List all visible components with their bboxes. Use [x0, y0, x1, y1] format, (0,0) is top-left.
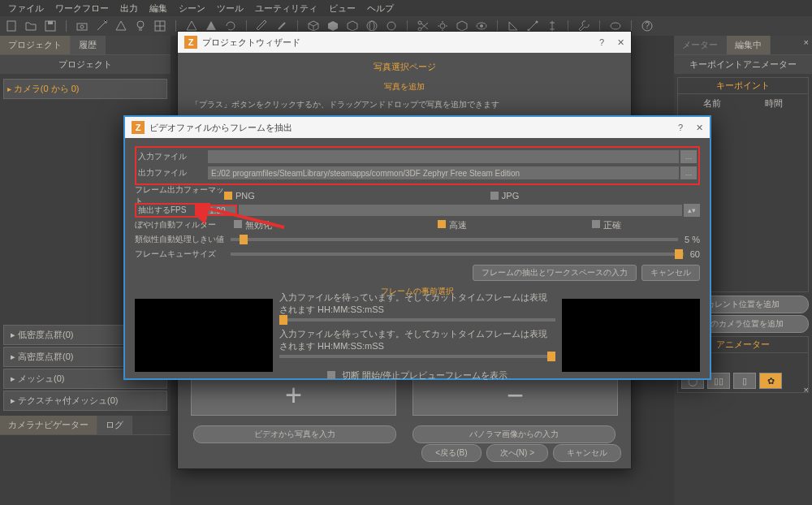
svg-rect-0 [7, 21, 15, 31]
svg-point-9 [387, 22, 395, 30]
menu-file[interactable]: ファイル [3, 1, 49, 16]
svg-point-12 [440, 24, 445, 28]
similarity-value: 5 % [685, 235, 700, 244]
queue-slider[interactable] [231, 252, 684, 256]
wizard-hint: 「プラス」ボタンをクリックするか、ドラッグアンドドロップで写真を追加できます [178, 93, 631, 117]
preview-start-image [135, 299, 273, 372]
filter-fine-label: 正確 [603, 220, 621, 230]
wizard-cancel-button[interactable]: キャンセル [553, 444, 621, 462]
grid-icon[interactable] [153, 19, 166, 32]
textured-mesh-item[interactable]: ▸ テクスチャ付メッシュ(0) [3, 391, 167, 411]
menu-edit[interactable]: 編集 [145, 1, 172, 16]
filter-fine-radio[interactable] [592, 220, 600, 228]
filter-fast-radio[interactable] [438, 220, 446, 228]
name-col: 名前 [703, 97, 721, 110]
svg-point-10 [418, 21, 421, 24]
close-icon2[interactable]: × [804, 385, 809, 395]
warn-icon[interactable] [114, 19, 127, 32]
preview-end-image [562, 299, 700, 372]
help-icon[interactable]: ? [641, 19, 654, 32]
svg-point-16 [536, 21, 538, 24]
io-group: 入力ファイル … 出力ファイル E:/02 programfiles/Steam… [135, 146, 700, 185]
tab-editing[interactable]: 編集中 [727, 36, 771, 54]
input-file-label: 入力ファイル [138, 151, 208, 162]
keypoint-header: キーポイント [678, 78, 808, 94]
wait-msg-2: 入力ファイルを待っています。そしてカットタイムフレームは表現されます HH:MM… [279, 328, 555, 352]
svg-point-17 [611, 23, 620, 29]
next-button[interactable]: 次へ(N) > [486, 444, 549, 462]
panorama-import-button[interactable]: パノラマ画像からの入力 [412, 425, 615, 443]
bulb-icon[interactable] [134, 19, 147, 32]
close-button[interactable]: ✕ [617, 37, 624, 48]
open-icon[interactable] [24, 19, 37, 32]
output-browse-button[interactable]: … [680, 166, 697, 179]
video-close-button[interactable]: ✕ [696, 123, 703, 133]
kp-animator-title: キーポイントアニメーター [674, 55, 812, 74]
settings-button[interactable]: ✿ [759, 373, 782, 389]
jpg-checkbox[interactable] [490, 192, 499, 200]
svg-point-4 [80, 25, 84, 28]
save-icon[interactable] [44, 19, 57, 32]
similarity-slider[interactable] [231, 238, 678, 241]
time-col: 時間 [765, 97, 783, 110]
fps-input[interactable]: 1.00 [205, 205, 237, 216]
zephyr-icon: Z [132, 121, 145, 134]
back-button[interactable]: <戻る(B) [421, 444, 481, 462]
filter-label: ぼやけ自動フィルター [135, 219, 224, 231]
queue-label: フレームキューサイズ [135, 248, 224, 260]
svg-point-14 [480, 24, 483, 28]
input-browse-button[interactable]: … [680, 150, 697, 163]
stop-button[interactable]: ▯ [733, 373, 756, 389]
menu-workflow[interactable]: ワークフロー [50, 1, 114, 16]
svg-point-7 [367, 21, 377, 31]
start-slider[interactable] [279, 318, 555, 322]
project-title: プロジェクト [0, 55, 171, 74]
menu-view[interactable]: ビュー [324, 1, 361, 16]
png-label: PNG [235, 191, 255, 201]
wizard-titlebar: Z プロジェクトウィザード ? ✕ [178, 32, 631, 53]
menu-utility[interactable]: ユーティリティ [250, 1, 322, 16]
video-cancel-button[interactable]: キャンセル [641, 265, 700, 281]
filter-off-label: 無効化 [245, 220, 272, 230]
wand-icon[interactable] [95, 19, 108, 32]
input-file-field[interactable] [208, 150, 679, 163]
svg-rect-2 [48, 21, 53, 24]
queue-value: 60 [690, 249, 700, 259]
wait-msg-1: 入力ファイルを待っています。そしてカットタイムフレームは表現されます HH:MM… [279, 291, 555, 316]
menubar: ファイル ワークフロー 出力 編集 シーン ツール ユーティリティ ビュー ヘル… [0, 0, 812, 16]
wizard-subheader: 写真を追加 [178, 81, 631, 93]
output-file-label: 出力ファイル [138, 167, 208, 179]
wizard-title: プロジェクトウィザード [202, 37, 300, 49]
video-titlebar: Z ビデオファイルからフレームを抽出 ? ✕ [125, 117, 710, 138]
menu-scene[interactable]: シーン [174, 1, 210, 16]
help-button[interactable]: ? [599, 37, 604, 48]
end-slider[interactable] [279, 355, 555, 358]
preview-toggle-checkbox[interactable] [327, 371, 335, 379]
camera-icon[interactable] [76, 19, 89, 32]
extract-button[interactable]: フレームの抽出とワークスペースの入力 [473, 265, 637, 281]
menu-output[interactable]: 出力 [115, 1, 143, 16]
filter-off-radio[interactable] [234, 220, 242, 228]
menu-help[interactable]: ヘルプ [362, 1, 399, 16]
similarity-label: 類似性自動処理しきい値 [135, 234, 224, 245]
close-icon[interactable]: × [804, 37, 809, 47]
fps-label: 抽出するFPS [135, 203, 205, 218]
tab-camnav[interactable]: カメラナビゲーター [0, 416, 97, 434]
new-icon[interactable] [5, 19, 18, 32]
preview-toggle-label: 切断 開始/停止プレビューフレームを表示 [342, 369, 508, 382]
video-import-button[interactable]: ビデオから写真を入力 [193, 425, 396, 443]
video-help-button[interactable]: ? [678, 123, 683, 133]
camera-count[interactable]: ▸ カメラ(0 から 0) [3, 79, 167, 99]
output-file-field[interactable]: E:/02 programfiles/SteamLibrary/steamapp… [208, 166, 679, 179]
fps-stepper[interactable]: ▴▾ [684, 204, 700, 217]
svg-rect-3 [77, 24, 87, 30]
tab-log[interactable]: ログ [97, 416, 132, 434]
svg-text:?: ? [645, 20, 650, 30]
svg-point-8 [369, 21, 374, 31]
tab-meter[interactable]: メーター [674, 36, 727, 54]
tab-history[interactable]: 履歴 [71, 36, 106, 54]
png-checkbox[interactable] [224, 192, 232, 200]
tab-project[interactable]: プロジェクト [0, 36, 71, 54]
video-extract-dialog: Z ビデオファイルからフレームを抽出 ? ✕ 入力ファイル … 出力ファイル E… [123, 115, 711, 380]
menu-tool[interactable]: ツール [212, 1, 248, 16]
